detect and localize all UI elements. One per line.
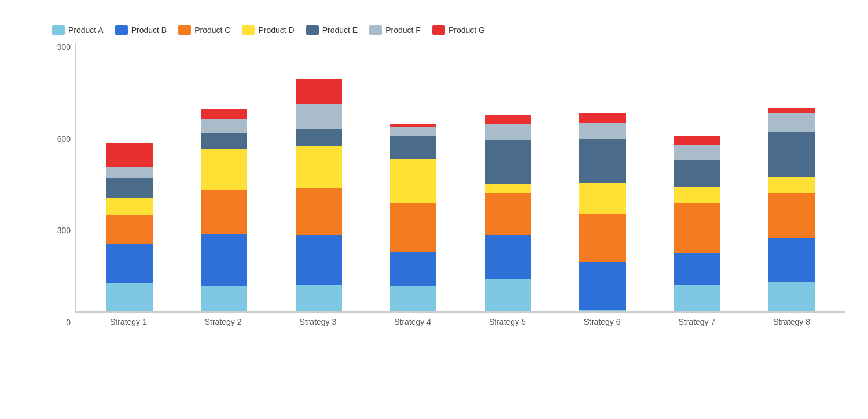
bar-segment-product-d	[579, 183, 626, 214]
legend-color-swatch	[52, 25, 65, 35]
legend-item: Product D	[242, 25, 294, 35]
bar-segment-product-b	[674, 253, 720, 285]
bar-segment-product-a	[296, 285, 342, 311]
bar-stack	[579, 57, 626, 311]
legend-item: Product F	[369, 25, 421, 35]
bar-segment-product-b	[296, 235, 342, 285]
bar-segment-product-f	[390, 127, 436, 136]
bar-group	[296, 57, 342, 311]
x-axis-label: Strategy 5	[484, 317, 531, 326]
bar-segment-product-e	[106, 178, 153, 198]
legend-label: Product E	[322, 25, 358, 35]
x-axis-label: Strategy 4	[389, 317, 436, 326]
legend-label: Product G	[448, 25, 485, 35]
bar-segment-product-e	[201, 133, 247, 149]
legend-color-swatch	[115, 25, 128, 35]
x-axis-label: Strategy 7	[674, 317, 720, 326]
bar-segment-product-e	[579, 139, 626, 183]
bar-segment-product-b	[768, 238, 815, 282]
bar-segment-product-c	[485, 193, 531, 235]
bar-segment-product-a	[579, 310, 626, 311]
bar-segment-product-f	[674, 145, 720, 160]
legend-label: Product B	[131, 25, 167, 35]
legend-item: Product A	[52, 25, 104, 35]
bar-segment-product-d	[106, 198, 153, 215]
bar-group	[201, 57, 247, 311]
bar-segment-product-a	[768, 282, 815, 311]
bar-segment-product-c	[201, 190, 247, 234]
legend-color-swatch	[432, 25, 445, 35]
bar-group	[768, 57, 815, 311]
bar-segment-product-e	[674, 160, 720, 186]
bar-segment-product-g	[768, 108, 815, 113]
legend-item: Product G	[432, 25, 485, 35]
bar-segment-product-b	[579, 262, 626, 310]
bar-segment-product-c	[674, 203, 720, 253]
bar-segment-product-f	[485, 124, 531, 140]
x-axis-label: Strategy 8	[768, 317, 815, 326]
legend-item: Product C	[178, 25, 230, 35]
bar-group	[674, 57, 720, 311]
bar-stack	[768, 57, 815, 311]
bar-segment-product-e	[390, 136, 436, 159]
bar-segment-product-g	[674, 136, 720, 145]
bar-segment-product-g	[296, 79, 342, 104]
legend-label: Product F	[385, 25, 421, 35]
y-axis-label: 900	[57, 43, 71, 51]
bar-stack	[106, 57, 153, 311]
legend-color-swatch	[369, 25, 382, 35]
y-axis-label: 600	[57, 135, 71, 143]
bar-segment-product-d	[390, 159, 436, 203]
x-labels: Strategy 1Strategy 2Strategy 3Strategy 4…	[75, 313, 845, 326]
bar-segment-product-d	[674, 187, 720, 203]
bar-segment-product-c	[390, 203, 436, 252]
bar-stack	[390, 57, 436, 311]
bar-stack	[201, 57, 247, 311]
bar-stack	[674, 57, 720, 311]
bar-segment-product-a	[201, 286, 247, 311]
bar-segment-product-b	[106, 244, 153, 283]
bar-segment-product-b	[485, 235, 531, 279]
legend: Product AProduct BProduct CProduct DProd…	[46, 25, 845, 35]
bar-segment-product-e	[485, 140, 531, 184]
bars-area	[75, 43, 845, 313]
bar-segment-product-c	[106, 215, 153, 244]
bar-group	[106, 57, 153, 311]
x-axis-label: Strategy 1	[105, 317, 152, 326]
bar-segment-product-a	[106, 283, 153, 311]
bars-row	[76, 43, 845, 311]
legend-item: Product E	[306, 25, 358, 35]
bar-segment-product-a	[390, 286, 436, 311]
chart-area: 9006003000 Strategy 1Strategy 2Strategy …	[46, 43, 845, 326]
legend-label: Product A	[68, 25, 104, 35]
bar-segment-product-d	[296, 146, 342, 188]
bar-segment-product-d	[485, 184, 531, 193]
legend-label: Product C	[194, 25, 230, 35]
chart-container: Product AProduct BProduct CProduct DProd…	[6, 7, 862, 412]
legend-label: Product D	[258, 25, 294, 35]
bar-stack	[296, 57, 342, 311]
bar-stack	[485, 57, 531, 311]
bar-group	[579, 57, 626, 311]
legend-color-swatch	[306, 25, 319, 35]
legend-color-swatch	[178, 25, 191, 35]
bar-segment-product-g	[579, 113, 626, 123]
bar-segment-product-f	[201, 119, 247, 133]
y-axis: 9006003000	[46, 43, 75, 326]
bar-segment-product-e	[296, 129, 342, 146]
bar-segment-product-f	[579, 123, 626, 139]
y-axis-label: 300	[57, 226, 71, 234]
bar-group	[390, 57, 436, 311]
y-axis-label: 0	[66, 318, 71, 326]
bar-segment-product-d	[768, 177, 815, 193]
legend-item: Product B	[115, 25, 167, 35]
bar-segment-product-g	[201, 109, 247, 119]
legend-color-swatch	[242, 25, 255, 35]
bar-segment-product-b	[201, 234, 247, 286]
bar-segment-product-c	[768, 193, 815, 238]
bar-segment-product-a	[674, 285, 720, 311]
bar-segment-product-e	[768, 132, 815, 177]
bar-segment-product-d	[201, 149, 247, 190]
bar-segment-product-f	[768, 113, 815, 132]
x-axis-label: Strategy 6	[579, 317, 626, 326]
